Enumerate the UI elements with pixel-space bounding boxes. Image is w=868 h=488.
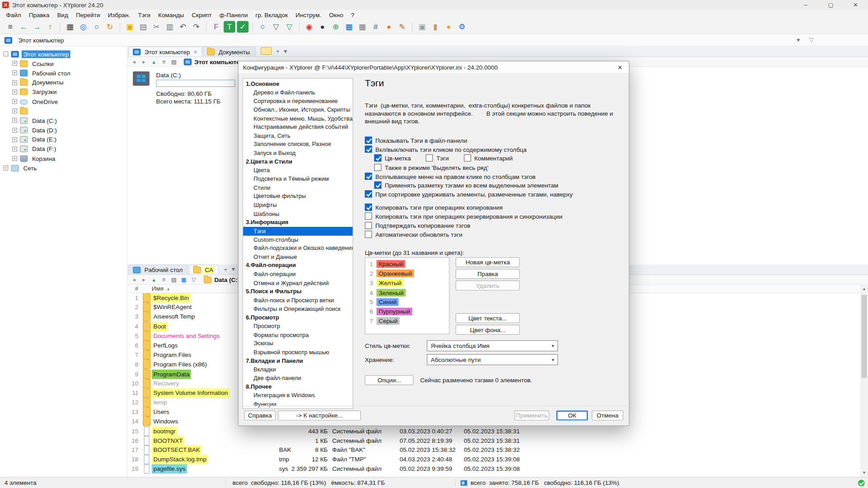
menu-item[interactable]: Скрипт (188, 12, 216, 19)
checkbox[interactable] (365, 221, 372, 229)
config-nav-item[interactable]: Шрифты (243, 201, 353, 209)
tree-item[interactable]: - Этот компьютер (0, 49, 127, 59)
pane-forward-icon[interactable]: ▸ (140, 59, 149, 65)
redo-icon[interactable]: ↷ (190, 21, 202, 33)
pane-view-icon[interactable]: ▤ (170, 277, 179, 282)
config-nav-item[interactable]: Файл-поиск и Просмотр ветки (243, 296, 353, 305)
checkbox-mode-icon[interactable]: ✓ (237, 21, 249, 33)
config-nav-item[interactable]: Функции (243, 400, 353, 408)
rename-icon[interactable]: F (210, 21, 222, 33)
tree-toggle-icon[interactable]: T (224, 21, 236, 33)
config-nav-item[interactable]: Отмена и Журнал действий (243, 279, 353, 287)
ok-button[interactable]: ОК (557, 411, 588, 421)
pane-sync-icon[interactable]: ▦ (179, 277, 189, 282)
disc-icon[interactable]: ● (443, 21, 455, 33)
config-nav-item[interactable]: Две файл-панели (243, 374, 353, 382)
menu-icon[interactable]: ≡ (5, 21, 16, 33)
tree-item[interactable]: + Data (F:) (0, 144, 127, 154)
config-nav-item[interactable]: 7.Вкладки и Панели (243, 357, 353, 365)
checkbox[interactable] (374, 182, 382, 189)
menu-item[interactable]: Правка (25, 12, 53, 19)
maximize-button[interactable]: ▢ (818, 0, 843, 10)
menu-item[interactable]: Файл (2, 12, 25, 19)
storage-select[interactable]: Абсолютные пути (427, 354, 558, 365)
config-nav-item[interactable]: Фильтры и Опережающий поиск (243, 305, 353, 313)
tree-expander-icon[interactable]: - (3, 52, 8, 56)
pane-view-icon[interactable]: ▤ (170, 59, 179, 65)
filter-green-icon[interactable]: ▽ (283, 21, 295, 33)
config-nav-item[interactable]: 3.Информация (243, 218, 353, 227)
pane-filter-icon[interactable]: ▽ (189, 277, 198, 282)
config-nav-item[interactable]: Обновл., Иконки, История, Скрипты (243, 106, 353, 114)
config-nav-item[interactable]: Подсветка и Тёмный режим (243, 175, 353, 183)
tree-expander-icon[interactable]: + (12, 108, 17, 113)
tab-close-icon[interactable] (193, 49, 198, 54)
cut-icon[interactable]: ✂ (151, 21, 162, 33)
pane-back-icon[interactable]: ◂ (130, 59, 139, 65)
config-nav-item[interactable]: Запуск и Выход (243, 149, 353, 158)
tree-item[interactable]: + Ссылки (0, 59, 127, 68)
menu-item[interactable]: гр. Вкладок (252, 12, 292, 19)
scrollbar-thumb[interactable] (861, 295, 867, 378)
toolbar-divider[interactable] (119, 23, 120, 32)
pane-up-icon[interactable]: ▴ (150, 59, 159, 65)
keypad-icon[interactable]: ▦ (357, 21, 368, 33)
grid-icon[interactable]: ▦ (343, 21, 355, 33)
tab[interactable]: Рабочий стол (128, 264, 188, 274)
toolbar-divider[interactable] (412, 23, 412, 32)
menu-item[interactable]: ф-Панели (216, 12, 252, 19)
pane-breadcrumb[interactable]: Этот компьютер (184, 58, 244, 65)
checkbox[interactable] (426, 155, 433, 162)
new-tab-button[interactable]: + (276, 47, 279, 54)
config-nav-item[interactable]: Шаблоны (243, 210, 353, 218)
tag-label-row[interactable]: 2 Оранжевый (365, 268, 449, 278)
pane-menu-icon[interactable]: ≡ (160, 277, 169, 282)
find-target-icon[interactable]: ◎ (77, 21, 89, 33)
text-color-button[interactable]: Цвет текста... (456, 313, 520, 323)
config-nav-item[interactable]: 2.Цвета и Стили (243, 158, 353, 166)
config-nav-item[interactable]: Тэги (243, 227, 353, 235)
tab[interactable]: Этот компьютер (128, 47, 202, 56)
copy-icon[interactable]: ▤ (137, 21, 149, 33)
goto-setting-button[interactable]: -> К настройке... (278, 411, 361, 421)
config-nav-item[interactable]: Просмотр (243, 322, 353, 331)
toolbar-divider[interactable] (252, 23, 253, 32)
up-icon[interactable]: ↑ (44, 21, 56, 33)
column-header-name[interactable]: Имя (152, 285, 164, 292)
config-nav-item[interactable]: Защита, Сеть (243, 131, 353, 140)
new-tab-button[interactable]: + (224, 266, 227, 272)
tree-expander-icon[interactable]: + (12, 61, 17, 66)
checkbox[interactable] (374, 155, 382, 162)
tree-expander-icon[interactable]: + (12, 70, 17, 75)
config-nav-item[interactable]: 6.Просмотр (243, 313, 353, 322)
menu-item[interactable]: Инструм. (292, 12, 325, 19)
minimize-button[interactable]: – (793, 0, 818, 10)
checkbox[interactable] (365, 136, 372, 144)
menu-item[interactable]: Тэги (134, 12, 155, 19)
config-nav-item[interactable]: Сортировка и переименование (243, 97, 353, 106)
tree-expander-icon[interactable]: + (12, 99, 17, 104)
tree-item[interactable]: + Загрузки (0, 87, 127, 97)
config-nav-item[interactable]: 1.Основное (243, 80, 353, 88)
config-nav-item[interactable]: Интеграция в Windows (243, 391, 353, 400)
column-header-number[interactable]: # (130, 285, 139, 292)
config-nav-item[interactable]: Заполнение списков, Разное (243, 140, 353, 149)
tree-item[interactable]: + Data (D:) (0, 125, 127, 135)
tab-list-dropdown-icon[interactable]: ▾ (284, 47, 287, 55)
file-row[interactable]: 18 DumpStack.log.tmp tmp 12 КБ Файл "TMP… (127, 455, 860, 465)
close-button[interactable]: ✕ (843, 0, 868, 10)
config-nav-item[interactable]: Эскизы (243, 339, 353, 348)
file-row[interactable]: 16 BOOTNXT 1 КБ Системный файл 07.05.202… (127, 436, 860, 446)
spiral-icon[interactable]: ◉ (303, 21, 315, 33)
pane-breadcrumb[interactable]: Data (C:) (204, 277, 240, 283)
book-icon[interactable]: ▮ (429, 21, 441, 33)
menu-item[interactable]: Избран. (104, 12, 134, 19)
config-nav-item[interactable]: 8.Прочее (243, 383, 353, 391)
pane-up-icon[interactable]: ▴ (150, 277, 159, 282)
panel-layout-icon[interactable]: ▣ (416, 21, 428, 33)
address-text[interactable]: Этот компьютер (18, 37, 64, 43)
toolbar-divider[interactable] (206, 23, 207, 32)
tree-expander-icon[interactable]: + (12, 80, 17, 85)
tree-expander-icon[interactable]: + (12, 89, 17, 94)
config-nav-item[interactable]: Файл-операции (243, 270, 353, 279)
